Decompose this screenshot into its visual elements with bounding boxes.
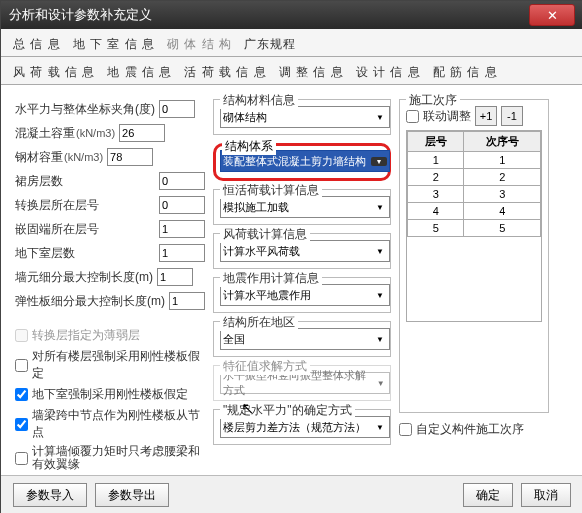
chevron-down-icon: ▼	[373, 291, 387, 300]
inp-wallmesh[interactable]	[157, 268, 193, 286]
footer-bar: 参数导入 参数导出 确定 取消	[1, 475, 582, 513]
sequence-table-wrap[interactable]: 层号次序号 11 22 33 44 55	[406, 130, 542, 322]
left-panel: 水平力与整体坐标夹角(度) 混凝土容重(kN/m3) 钢材容重(kN/m3) 裙…	[15, 95, 205, 496]
sel-region[interactable]: 全国▼	[220, 328, 390, 350]
chevron-down-icon: ▼	[373, 247, 387, 256]
titlebar: 分析和设计参数补充定义 ✕	[1, 1, 582, 29]
group-material: 结构材料信息 砌体结构▼	[213, 99, 391, 135]
chevron-down-icon: ▼	[373, 423, 387, 432]
btn-export[interactable]: 参数导出	[95, 483, 169, 507]
sel-wind[interactable]: 计算水平风荷载▼	[220, 240, 390, 262]
lbl-wallmesh: 墙元细分最大控制长度(m)	[15, 269, 153, 286]
lbl-basement: 地下室层数	[15, 245, 75, 262]
right-panel: 施工次序 联动调整 +1 -1 层号次序号 11 22 33 44 55	[399, 95, 549, 496]
inp-steel[interactable]	[107, 148, 153, 166]
group-system-highlight: 结构体系 装配整体式混凝土剪力墙结构▾	[213, 143, 391, 181]
btn-import[interactable]: 参数导入	[13, 483, 87, 507]
tab-wind2[interactable]: 风 荷 载 信 息	[7, 61, 101, 84]
close-button[interactable]: ✕	[529, 4, 575, 26]
sel-eigen: 水平振型和竖向振型整体求解方式▼	[220, 372, 390, 394]
group-deadload: 恒活荷载计算信息 模拟施工加载▼	[213, 189, 391, 225]
window-title: 分析和设计参数补充定义	[9, 6, 529, 24]
inp-angle[interactable]	[159, 100, 195, 118]
inp-basement[interactable]	[159, 244, 205, 262]
cb-underground-rigid[interactable]: 地下室强制采用刚性楼板假定	[15, 386, 205, 403]
lbl-podium: 裙房层数	[15, 173, 63, 190]
group-sequence: 施工次序 联动调整 +1 -1 层号次序号 11 22 33 44 55	[399, 99, 549, 413]
tab-liveload2[interactable]: 活 荷 载 信 息	[178, 61, 272, 84]
cb-transfer-weak: 转换层指定为薄弱层	[15, 327, 205, 344]
table-row: 11	[408, 152, 541, 169]
tab-guangdong[interactable]: 广东规程	[238, 33, 302, 56]
sel-level[interactable]: 楼层剪力差方法（规范方法）▼	[220, 416, 390, 438]
tab-masonry[interactable]: 砌 体 结 构	[161, 33, 238, 56]
inp-fixedend[interactable]	[159, 220, 205, 238]
lbl-steel: 钢材容重	[15, 149, 63, 166]
sel-seismic[interactable]: 计算水平地震作用▼	[220, 284, 390, 306]
btn-cancel[interactable]: 取消	[521, 483, 571, 507]
btn-ok[interactable]: 确定	[463, 483, 513, 507]
group-eigen: 特征值求解方式 水平振型和竖向振型整体求解方式▼	[213, 365, 391, 401]
inp-podium[interactable]	[159, 172, 205, 190]
cb-wallbeam-node[interactable]: 墙梁跨中节点作为刚性楼板从节点	[15, 407, 205, 441]
tab-basement[interactable]: 地 下 室 信 息	[67, 33, 161, 56]
tab-seismic2[interactable]: 地 震 信 息	[101, 61, 178, 84]
lbl-concrete: 混凝土容重	[15, 125, 75, 142]
btn-minus[interactable]: -1	[501, 106, 523, 126]
cb-allfloor-rigid[interactable]: 对所有楼层强制采用刚性楼板假定	[15, 348, 205, 382]
chevron-down-icon: ▼	[373, 113, 387, 122]
lbl-angle: 水平力与整体坐标夹角(度)	[15, 101, 155, 118]
tab-adjust2[interactable]: 调 整 信 息	[273, 61, 350, 84]
chevron-down-icon: ▼	[373, 335, 387, 344]
table-row: 44	[408, 203, 541, 220]
tab-general[interactable]: 总 信 息	[7, 33, 67, 56]
inp-transfer[interactable]	[159, 196, 205, 214]
cb-custom-sequence[interactable]: 自定义构件施工次序	[399, 421, 549, 438]
tab-bar: 总 信 息 风 荷 载 信 息 地 下 室 信 息 地 震 信 息 活 荷 载 …	[1, 29, 582, 57]
tab-design2[interactable]: 设 计 信 息	[350, 61, 427, 84]
table-row: 33	[408, 186, 541, 203]
sel-deadload[interactable]: 模拟施工加载▼	[220, 196, 390, 218]
inp-concrete[interactable]	[119, 124, 165, 142]
inp-slabmesh[interactable]	[169, 292, 205, 310]
sequence-table: 层号次序号 11 22 33 44 55	[407, 131, 541, 237]
group-region: 结构所在地区 全国▼	[213, 321, 391, 357]
mid-panel: 结构材料信息 砌体结构▼ 结构体系 装配整体式混凝土剪力墙结构▾ 恒活荷载计算信…	[213, 95, 391, 496]
tab-rebar2[interactable]: 配 筋 信 息	[427, 61, 504, 84]
th-order: 次序号	[464, 132, 541, 152]
th-floor: 层号	[408, 132, 464, 152]
group-seismic: 地震作用计算信息 计算水平地震作用▼	[213, 277, 391, 313]
lbl-transfer: 转换层所在层号	[15, 197, 99, 214]
group-wind: 风荷载计算信息 计算水平风荷载▼	[213, 233, 391, 269]
group-level: "规定水平力"的确定方式 楼层剪力差方法（规范方法）▼	[213, 409, 391, 445]
cb-linkage[interactable]: 联动调整	[406, 108, 471, 125]
chevron-down-icon: ▾	[371, 157, 387, 166]
lbl-fixedend: 嵌固端所在层号	[15, 221, 99, 238]
chevron-down-icon: ▼	[374, 379, 387, 388]
table-row: 55	[408, 220, 541, 237]
lbl-slabmesh: 弹性板细分最大控制长度(m)	[15, 293, 165, 310]
cb-calc-overturn[interactable]: 计算墙倾覆力矩时只考虑腰梁和有效翼缘	[15, 445, 205, 471]
chevron-down-icon: ▼	[373, 203, 387, 212]
tab-bar-row2: 风 荷 载 信 息 地 震 信 息 活 荷 载 信 息 调 整 信 息 设 计 …	[1, 57, 582, 85]
btn-plus[interactable]: +1	[475, 106, 497, 126]
table-row: 22	[408, 169, 541, 186]
sel-material[interactable]: 砌体结构▼	[220, 106, 390, 128]
